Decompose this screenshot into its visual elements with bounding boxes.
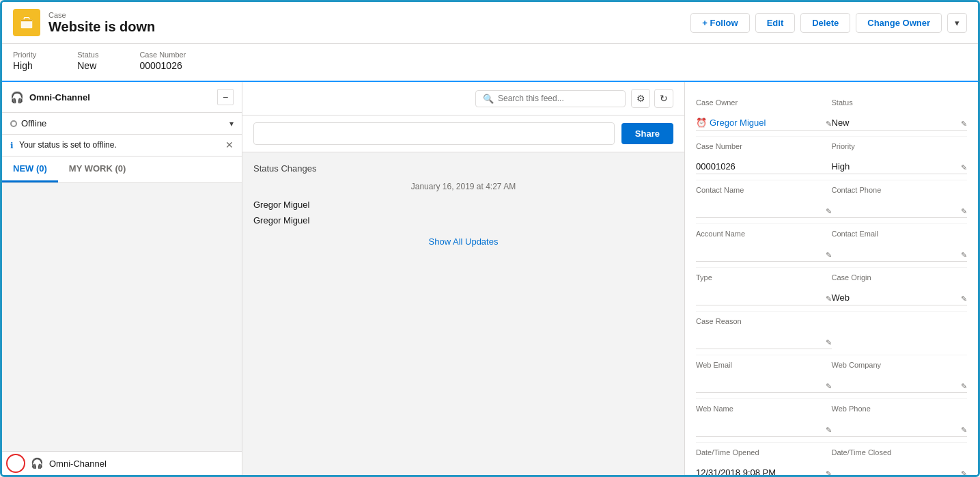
tab-my-work[interactable]: MY WORK (0) — [58, 156, 137, 182]
priority-edit-icon[interactable]: ✎ — [961, 163, 967, 172]
omni-minimize-button[interactable]: − — [217, 89, 234, 105]
feed-entry-1-text: Gregor Miguel — [253, 200, 309, 210]
web-name-edit-icon[interactable]: ✎ — [826, 426, 832, 435]
feed-entry-2-text: Gregor Miguel — [253, 215, 309, 226]
case-reason-field: Case Reason ✎ — [696, 312, 832, 355]
record-type-label: Case — [48, 11, 155, 19]
case-origin-field: Case Origin Web ✎ — [832, 268, 968, 312]
status-label: Status — [77, 51, 98, 59]
delete-button[interactable]: Delete — [800, 13, 850, 33]
datetime-closed-edit-icon[interactable]: ✎ — [961, 469, 967, 475]
feed-refresh-button[interactable]: ↻ — [654, 89, 673, 108]
omni-header: 🎧 Omni-Channel − — [2, 82, 242, 113]
bottom-omni-label: Omni-Channel — [49, 459, 107, 469]
status-detail-label: Status — [832, 98, 968, 107]
case-reason-value-row: ✎ — [696, 327, 832, 349]
web-name-label: Web Name — [696, 405, 832, 413]
feed-actions: ⚙ ↻ — [631, 89, 673, 108]
feed-toolbar: 🔍 ⚙ ↻ — [242, 82, 684, 115]
case-number-value: 00001026 — [139, 60, 186, 71]
status-detail-value: New — [832, 116, 850, 128]
priority-detail-field: Priority High ✎ — [832, 137, 968, 180]
main-content: 🎧 Omni-Channel − Offline ▾ ℹ Your status… — [2, 82, 978, 475]
account-name-field: Account Name ✎ — [696, 224, 832, 268]
case-origin-edit-icon[interactable]: ✎ — [961, 295, 967, 303]
omni-bottom-bar: 🎧 Omni-Channel — [2, 451, 242, 475]
feed-filter-button[interactable]: ⚙ — [631, 89, 650, 108]
contact-name-label: Contact Name — [696, 186, 832, 194]
share-input[interactable] — [253, 122, 615, 145]
case-number-detail-value: 00001026 — [696, 160, 736, 172]
contact-email-field: Contact Email ✎ — [832, 224, 968, 268]
case-origin-label: Case Origin — [832, 273, 968, 282]
contact-email-edit-icon[interactable]: ✎ — [961, 251, 967, 260]
feed-date-divider: January 16, 2019 at 4:27 AM — [253, 182, 673, 191]
datetime-opened-field: Date/Time Opened 12/31/2018 9:08 PM ✎ — [696, 443, 832, 475]
contact-phone-field: Contact Phone ✎ — [832, 180, 968, 224]
datetime-closed-label: Date/Time Closed — [832, 448, 968, 456]
notice-close-button[interactable]: ✕ — [225, 140, 234, 150]
status-detail-field: Status New ✎ — [832, 93, 968, 137]
omni-channel-title: Omni-Channel — [29, 92, 90, 103]
contact-name-edit-icon[interactable]: ✎ — [826, 207, 832, 216]
app-window: Case Website is down + Follow Edit Delet… — [0, 0, 980, 477]
priority-detail-label: Priority — [832, 142, 968, 150]
web-name-field: Web Name ✎ — [696, 399, 832, 443]
status-value: New — [77, 60, 98, 71]
case-number-field: Case Number 00001026 — [139, 51, 186, 71]
web-email-edit-icon[interactable]: ✎ — [826, 382, 832, 391]
type-field: Type ✎ — [696, 268, 832, 312]
priority-value: High — [13, 60, 36, 71]
account-name-label: Account Name — [696, 230, 832, 238]
case-number-label: Case Number — [139, 51, 186, 59]
priority-bar: Priority High Status New Case Number 000… — [2, 44, 978, 82]
feed-search-input[interactable] — [498, 94, 618, 103]
follow-button[interactable]: + Follow — [690, 13, 749, 33]
case-reason-label: Case Reason — [696, 317, 832, 325]
contact-phone-edit-icon[interactable]: ✎ — [961, 207, 967, 216]
web-phone-edit-icon[interactable]: ✎ — [961, 426, 967, 435]
case-owner-value[interactable]: ⏰ Gregor Miguel — [696, 116, 766, 128]
offline-dropdown[interactable]: Offline ▾ — [2, 113, 242, 135]
right-panel: Case Owner ⏰ Gregor Miguel ✎ Status New … — [684, 82, 978, 475]
header-left: Case Website is down — [13, 9, 155, 36]
feed-section-title: Status Changes — [253, 163, 673, 174]
clock-icon: ⏰ — [696, 118, 707, 128]
web-company-edit-icon[interactable]: ✎ — [961, 382, 967, 391]
left-panel: 🎧 Omni-Channel − Offline ▾ ℹ Your status… — [2, 82, 242, 475]
offline-chevron-icon[interactable]: ▾ — [229, 119, 234, 128]
omni-channel-icon: 🎧 — [10, 91, 24, 104]
web-email-value-row: ✎ — [696, 371, 832, 393]
notice-text: Your status is set to offline. — [19, 140, 220, 150]
tabs-row: NEW (0) MY WORK (0) — [2, 156, 242, 183]
feed-search[interactable]: 🔍 — [475, 90, 626, 107]
priority-detail-value: High — [832, 160, 850, 172]
more-actions-button[interactable]: ▾ — [947, 13, 967, 33]
account-name-edit-icon[interactable]: ✎ — [826, 251, 832, 260]
bottom-bar-circle — [6, 454, 25, 473]
datetime-opened-label: Date/Time Opened — [696, 448, 832, 456]
edit-button[interactable]: Edit — [755, 13, 796, 33]
tab-new[interactable]: NEW (0) — [2, 156, 58, 182]
share-button[interactable]: Share — [621, 123, 673, 144]
type-edit-icon[interactable]: ✎ — [826, 295, 832, 303]
type-value-row: ✎ — [696, 284, 832, 305]
change-owner-button[interactable]: Change Owner — [856, 13, 942, 33]
detail-grid: Case Owner ⏰ Gregor Miguel ✎ Status New … — [696, 93, 967, 475]
case-icon — [13, 9, 40, 36]
notice-info-icon: ℹ — [10, 141, 14, 150]
feed-entry-2: Gregor Miguel — [253, 215, 673, 226]
web-email-field: Web Email ✎ — [696, 355, 832, 399]
priority-label: Priority — [13, 51, 36, 59]
priority-detail-value-row: High ✎ — [832, 152, 968, 174]
show-all-updates-link[interactable]: Show All Updates — [253, 236, 673, 247]
case-owner-edit-icon[interactable]: ✎ — [826, 120, 832, 128]
case-owner-value-row: ⏰ Gregor Miguel ✎ — [696, 109, 832, 131]
datetime-opened-edit-icon[interactable]: ✎ — [826, 469, 832, 475]
case-reason-edit-icon[interactable]: ✎ — [826, 338, 832, 347]
web-phone-value-row: ✎ — [832, 415, 968, 437]
contact-phone-label: Contact Phone — [832, 186, 968, 194]
status-edit-icon[interactable]: ✎ — [961, 120, 967, 128]
case-origin-value: Web — [832, 291, 850, 303]
priority-field: Priority High — [13, 51, 36, 71]
